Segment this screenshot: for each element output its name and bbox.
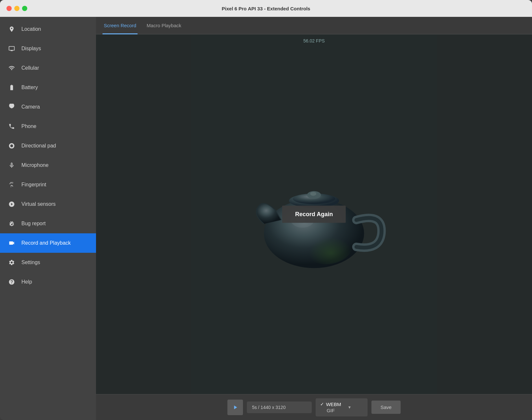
fingerprint-icon: [8, 181, 16, 189]
titlebar: Pixel 6 Pro API 33 - Extended Controls: [0, 0, 532, 17]
sidebar-label-directional-pad: Directional pad: [21, 143, 56, 149]
location-icon: [8, 25, 16, 33]
record-and-playback-icon: [8, 239, 16, 247]
right-panel: [437, 34, 532, 394]
fps-label: 56.02 FPS: [303, 38, 325, 43]
minimize-button[interactable]: [14, 6, 19, 11]
format-dropdown[interactable]: ✓ WEBM GIF ▼: [316, 398, 368, 416]
maximize-button[interactable]: [22, 6, 27, 11]
preview-center: 56.02 FPS: [191, 34, 437, 394]
content-area: Screen Record Macro Playback 56.02 FPS: [96, 17, 532, 420]
sidebar-label-microphone: Microphone: [21, 162, 49, 168]
tab-macro-playback[interactable]: Macro Playback: [145, 17, 183, 34]
phone-icon: [8, 122, 16, 130]
recording-area: 56.02 FPS: [96, 34, 532, 420]
main-content: Location Displays Cellular: [0, 17, 532, 420]
sidebar-label-displays: Displays: [21, 46, 41, 52]
sidebar-label-help: Help: [21, 279, 32, 285]
bug-report-icon: [8, 220, 16, 228]
traffic-lights: [6, 6, 27, 11]
sidebar-label-fingerprint: Fingerprint: [21, 182, 46, 188]
tab-screen-record[interactable]: Screen Record: [103, 17, 138, 34]
sidebar-item-location[interactable]: Location: [0, 19, 96, 39]
sidebar-label-settings: Settings: [21, 260, 40, 265]
recording-info: 5s / 1440 x 3120: [247, 402, 312, 413]
help-icon: [8, 278, 16, 286]
sidebar-item-directional-pad[interactable]: Directional pad: [0, 136, 96, 156]
sidebar-item-battery[interactable]: Battery: [0, 78, 96, 97]
sidebar-item-microphone[interactable]: Microphone: [0, 156, 96, 175]
format-options: ✓ WEBM GIF: [320, 402, 341, 413]
webm-checkmark: ✓: [320, 402, 324, 407]
sidebar-label-cellular: Cellular: [21, 65, 39, 71]
sidebar-label-battery: Battery: [21, 85, 38, 90]
preview-container: 56.02 FPS: [96, 34, 532, 394]
record-again-button[interactable]: Record Again: [282, 206, 346, 223]
window-title: Pixel 6 Pro API 33 - Extended Controls: [222, 6, 310, 11]
close-button[interactable]: [6, 6, 12, 11]
sidebar-label-camera: Camera: [21, 104, 40, 110]
main-window: Pixel 6 Pro API 33 - Extended Controls L…: [0, 0, 532, 420]
sidebar-label-location: Location: [21, 26, 41, 32]
sidebar: Location Displays Cellular: [0, 17, 96, 420]
sidebar-label-phone: Phone: [21, 123, 36, 129]
microphone-icon: [8, 161, 16, 169]
sidebar-item-displays[interactable]: Displays: [0, 39, 96, 58]
sidebar-item-help[interactable]: Help: [0, 272, 96, 292]
sidebar-item-record-and-playback[interactable]: Record and Playback: [0, 233, 96, 253]
camera-icon: [8, 103, 16, 111]
cellular-icon: [8, 64, 16, 72]
battery-icon: [8, 84, 16, 91]
sidebar-label-bug-report: Bug report: [21, 221, 46, 227]
play-button[interactable]: [227, 400, 243, 415]
bottom-controls: 5s / 1440 x 3120 ✓ WEBM GIF ▼: [96, 394, 532, 420]
save-button[interactable]: Save: [371, 401, 401, 414]
dropdown-arrow-icon: ▼: [348, 405, 352, 410]
sidebar-item-fingerprint[interactable]: Fingerprint: [0, 175, 96, 194]
format-option-webm: ✓ WEBM: [320, 402, 341, 407]
displays-icon: [8, 45, 16, 52]
sidebar-item-camera[interactable]: Camera: [0, 97, 96, 117]
virtual-sensors-icon: [8, 200, 16, 208]
sidebar-item-cellular[interactable]: Cellular: [0, 58, 96, 78]
sidebar-item-bug-report[interactable]: Bug report: [0, 214, 96, 233]
sidebar-label-virtual-sensors: Virtual sensors: [21, 201, 56, 207]
sidebar-item-phone[interactable]: Phone: [0, 117, 96, 136]
play-icon: [232, 404, 238, 411]
sidebar-item-virtual-sensors[interactable]: Virtual sensors: [0, 194, 96, 214]
directional-pad-icon: [8, 142, 16, 150]
sidebar-item-settings[interactable]: Settings: [0, 253, 96, 272]
sidebar-label-record-and-playback: Record and Playback: [21, 240, 71, 246]
tabs-bar: Screen Record Macro Playback: [96, 17, 532, 34]
format-option-gif: GIF: [320, 408, 341, 413]
left-panel: [96, 34, 191, 394]
settings-icon: [8, 259, 16, 266]
